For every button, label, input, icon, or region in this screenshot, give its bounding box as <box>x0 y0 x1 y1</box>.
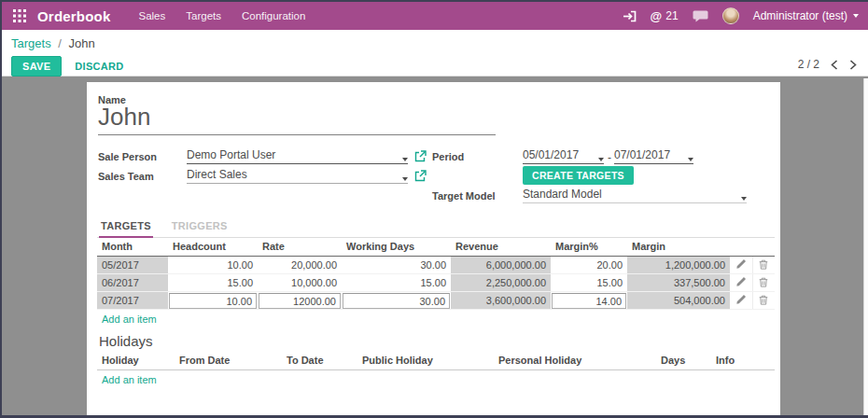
pager-count: 2 / 2 <box>798 58 819 71</box>
table-row: 05/2017 10.00 20,000.00 30.00 6,000,000.… <box>97 257 775 274</box>
holidays-title: Holidays <box>97 333 775 349</box>
holidays-header-row: Holiday From Date To Date Public Holiday… <box>97 352 775 370</box>
period-from-value: 05/01/2017 <box>523 148 579 161</box>
form-action-buttons: SAVE DISCARD <box>11 56 859 77</box>
cell-margin-pct[interactable]: 15.00 <box>551 274 627 292</box>
col-holiday[interactable]: Holiday <box>97 352 175 370</box>
sales-team-label: Sales Team <box>98 171 154 182</box>
target-model-caret-icon[interactable] <box>741 197 747 201</box>
messages-bubble-icon[interactable] <box>693 10 708 22</box>
edit-row-button[interactable] <box>730 292 752 310</box>
user-menu-caret-icon <box>853 14 859 18</box>
period-from-caret-icon[interactable] <box>598 158 604 161</box>
cell-revenue: 6,000,000.00 <box>451 257 551 274</box>
user-name: Administrator (test) <box>753 9 847 22</box>
col-days[interactable]: Days <box>656 352 711 370</box>
targets-table: Month Headcount Rate Working Days Revenu… <box>97 238 775 310</box>
cell-month: 06/2017 <box>97 274 168 292</box>
cell-revenue: 3,600,000.00 <box>451 292 551 310</box>
name-input[interactable]: John <box>98 103 496 135</box>
sale-person-external-link-icon[interactable] <box>414 149 427 161</box>
cell-rate[interactable]: 10,000.00 <box>258 274 342 292</box>
tab-targets[interactable]: TARGETS <box>99 218 153 238</box>
col-rate[interactable]: Rate <box>258 238 342 257</box>
cell-rate-input[interactable]: 12000.00 <box>258 292 342 310</box>
content-area: Name John Sale Person Demo Portal User S… <box>2 78 868 415</box>
at-symbol: @ <box>651 9 663 23</box>
col-revenue[interactable]: Revenue <box>451 238 551 257</box>
col-info[interactable]: Info <box>711 352 775 370</box>
pager-next-button[interactable] <box>849 60 857 70</box>
sales-team-external-link-icon[interactable] <box>414 169 427 181</box>
breadcrumb-current: John <box>69 36 95 50</box>
delete-row-button[interactable] <box>752 292 775 310</box>
col-margin-pct[interactable]: Margin% <box>551 238 627 257</box>
target-model-field[interactable]: Standard Model <box>523 188 747 203</box>
cell-margin: 504,000.00 <box>627 292 730 310</box>
cell-margin-pct[interactable]: 20.00 <box>551 257 627 274</box>
login-arrow-icon[interactable] <box>623 10 637 22</box>
activities-count: 21 <box>665 9 678 22</box>
col-edit <box>730 238 752 257</box>
vertical-scrollbar[interactable] <box>863 78 868 415</box>
menu-configuration[interactable]: Configuration <box>242 10 305 21</box>
topbar-right: @ 21 Administrator (test) <box>623 7 859 24</box>
activities-icon[interactable]: @ 21 <box>651 9 679 23</box>
period-from-field[interactable]: 05/01/2017 <box>523 148 604 164</box>
period-to-caret-icon[interactable] <box>688 158 693 161</box>
edit-row-button[interactable] <box>730 257 752 274</box>
col-personal-holiday[interactable]: Personal Holiday <box>494 352 656 370</box>
discard-button[interactable]: DISCARD <box>69 57 129 76</box>
col-headcount[interactable]: Headcount <box>168 238 258 257</box>
save-button[interactable]: SAVE <box>11 56 62 77</box>
apps-grid-icon[interactable] <box>13 8 28 23</box>
app-window: Orderbook Sales Targets Configuration @ … <box>0 0 868 418</box>
user-avatar[interactable] <box>722 7 739 24</box>
target-model-value: Standard Model <box>523 188 602 201</box>
period-to-field[interactable]: 07/01/2017 <box>614 148 693 164</box>
sale-person-label: Sale Person <box>98 151 157 162</box>
cell-working-days[interactable]: 30.00 <box>342 257 451 274</box>
col-month[interactable]: Month <box>97 238 168 257</box>
menu-sales[interactable]: Sales <box>138 10 165 21</box>
col-working-days[interactable]: Working Days <box>342 238 451 257</box>
create-targets-button[interactable]: CREATE TARGETS <box>523 166 634 185</box>
app-title[interactable]: Orderbook <box>37 8 110 24</box>
sales-team-caret-icon[interactable] <box>402 177 408 181</box>
cell-rate[interactable]: 20,000.00 <box>258 257 342 274</box>
delete-row-button[interactable] <box>752 274 775 292</box>
delete-row-button[interactable] <box>752 257 775 274</box>
sale-person-value: Demo Portal User <box>187 148 275 161</box>
user-menu[interactable]: Administrator (test) <box>753 9 859 22</box>
pager-previous-button[interactable] <box>831 60 838 70</box>
top-navbar: Orderbook Sales Targets Configuration @ … <box>2 2 868 30</box>
sales-team-field[interactable]: Direct Sales <box>187 168 408 184</box>
cell-margin-pct-input[interactable]: 14.00 <box>551 292 627 310</box>
col-from-date[interactable]: From Date <box>175 352 282 370</box>
menu-targets[interactable]: Targets <box>186 10 221 21</box>
col-public-holiday[interactable]: Public Holiday <box>357 352 494 370</box>
control-panel: Targets / John SAVE DISCARD 2 / 2 <box>2 30 868 77</box>
target-model-label: Target Model <box>432 190 496 202</box>
col-delete <box>752 238 775 257</box>
sales-team-value: Direct Sales <box>187 168 247 181</box>
main-menu: Sales Targets Configuration <box>138 10 305 21</box>
targets-add-item-link[interactable]: Add an item <box>97 310 161 327</box>
sale-person-caret-icon[interactable] <box>402 158 408 161</box>
notebook-area: TARGETS TRIGGERS Month Headcount Rate <box>97 218 775 388</box>
holidays-add-item-link[interactable]: Add an item <box>97 370 161 388</box>
cell-revenue: 2,250,000.00 <box>451 274 551 292</box>
tab-triggers[interactable]: TRIGGERS <box>170 218 230 237</box>
cell-working-days-input[interactable]: 30.00 <box>342 292 451 310</box>
edit-row-button[interactable] <box>730 274 752 292</box>
breadcrumb-targets-link[interactable]: Targets <box>11 36 51 50</box>
sale-person-field[interactable]: Demo Portal User <box>187 148 408 164</box>
col-to-date[interactable]: To Date <box>282 352 357 370</box>
cell-headcount[interactable]: 15.00 <box>168 274 258 292</box>
holidays-table: Holiday From Date To Date Public Holiday… <box>97 352 775 370</box>
col-margin[interactable]: Margin <box>627 238 730 257</box>
cell-headcount-input[interactable]: 10.00 <box>168 292 258 310</box>
cell-working-days[interactable]: 15.00 <box>342 274 451 292</box>
cell-headcount[interactable]: 10.00 <box>168 257 258 274</box>
targets-header-row: Month Headcount Rate Working Days Revenu… <box>97 238 775 257</box>
